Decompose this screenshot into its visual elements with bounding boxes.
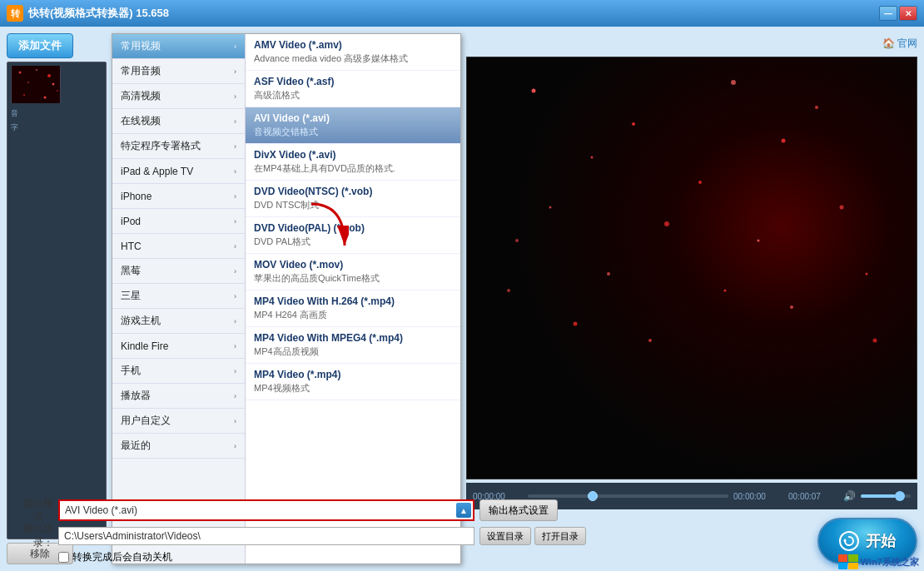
format-desc: DVD PAL格式 xyxy=(254,236,452,248)
format-settings-button[interactable]: 输出格式设置 xyxy=(479,499,558,521)
format-item-asf[interactable]: ASF Video (*.asf)高级流格式 xyxy=(246,71,460,107)
file-thumbnail[interactable] xyxy=(11,66,61,103)
category-item-common-audio[interactable]: 常用音频› xyxy=(112,59,245,84)
category-label: 用户自定义 xyxy=(121,414,171,428)
progress-bar[interactable] xyxy=(528,494,728,498)
category-item-kindle[interactable]: Kindle Fire› xyxy=(112,334,245,359)
category-arrow-icon: › xyxy=(234,92,236,101)
format-list: AMV Video (*.amv)Advance media video 高级多… xyxy=(246,34,460,564)
volume-bar[interactable] xyxy=(861,494,911,498)
svg-point-27 xyxy=(790,305,793,309)
category-item-custom[interactable]: 用户自定义› xyxy=(112,409,245,434)
set-dir-button[interactable]: 设置目录 xyxy=(479,527,531,545)
flag-quadrant-2 xyxy=(848,554,858,562)
close-button[interactable]: ✕ xyxy=(899,6,917,21)
flag-quadrant-1 xyxy=(838,554,848,562)
category-label: 高清视频 xyxy=(121,89,161,103)
app-icon: 转 xyxy=(7,5,23,22)
category-arrow-icon: › xyxy=(234,242,236,251)
format-desc: Advance media video 高级多媒体格式 xyxy=(254,52,452,65)
category-label: 特定程序专署格式 xyxy=(121,139,201,153)
audio-label: 音 xyxy=(7,107,106,121)
category-item-player[interactable]: 播放器› xyxy=(112,384,245,409)
category-item-iphone[interactable]: iPhone› xyxy=(112,184,245,209)
category-item-online-video[interactable]: 在线视频› xyxy=(112,109,245,134)
format-name: AVI Video (*.avi) xyxy=(254,112,452,124)
output-format-row: 输出格式： AVI Video (*.avi) ▲ 输出格式设置 xyxy=(7,499,917,522)
windows-logo: Win7系统之家 xyxy=(838,554,919,569)
format-name: ASF Video (*.asf) xyxy=(254,76,452,87)
format-name: MP4 Video With H.264 (*.mp4) xyxy=(254,295,452,307)
format-name: MP4 Video (*.mp4) xyxy=(254,369,452,380)
home-icon: 🏠 xyxy=(882,37,895,49)
format-item-dvd-ntsc[interactable]: DVD Video(NTSC) (*.vob)DVD NTSC制式 xyxy=(246,181,460,217)
open-dir-button[interactable]: 打开目录 xyxy=(534,527,586,545)
format-desc: MP4 H264 高画质 xyxy=(254,309,452,321)
svg-point-15 xyxy=(698,181,702,184)
category-arrow-icon: › xyxy=(234,392,236,400)
category-label: 在线视频 xyxy=(121,114,161,128)
category-arrow-icon: › xyxy=(234,267,236,276)
auto-shutdown-checkbox[interactable] xyxy=(58,552,69,563)
category-label: HTC xyxy=(121,241,142,252)
svg-point-24 xyxy=(724,290,727,292)
category-item-recent[interactable]: 最近的› xyxy=(112,434,245,459)
format-item-dvd-pal[interactable]: DVD Video(PAL) (*.vob)DVD PAL格式 xyxy=(246,217,460,254)
svg-point-5 xyxy=(52,83,55,86)
category-item-blackberry[interactable]: 黑莓› xyxy=(112,259,245,284)
format-item-mp4-mpeg4[interactable]: MP4 Video With MPEG4 (*.mp4)MP4高品质视频 xyxy=(246,327,460,364)
format-desc: 在MP4基础上具有DVD品质的格式. xyxy=(254,162,452,175)
format-selector: 常用视频›常用音频›高清视频›在线视频›特定程序专署格式›iPad & Appl… xyxy=(112,33,461,564)
category-list: 常用视频›常用音频›高清视频›在线视频›特定程序专署格式›iPad & Appl… xyxy=(112,34,246,564)
category-item-special-format[interactable]: 特定程序专署格式› xyxy=(112,134,245,159)
svg-point-22 xyxy=(840,206,844,210)
category-arrow-icon: › xyxy=(234,42,236,51)
svg-point-19 xyxy=(664,221,669,226)
svg-point-4 xyxy=(27,82,29,83)
category-item-mobile[interactable]: 手机› xyxy=(112,359,245,384)
output-dir-row: 输出目录： C:\Users\Administrator\Videos\ 设置目… xyxy=(7,525,917,547)
category-item-hd-video[interactable]: 高清视频› xyxy=(112,84,245,109)
svg-point-12 xyxy=(632,122,635,126)
format-name: AMV Video (*.amv) xyxy=(254,39,452,51)
svg-point-17 xyxy=(782,139,786,143)
format-dropdown-arrow[interactable]: ▲ xyxy=(456,503,471,518)
svg-rect-10 xyxy=(467,57,917,479)
format-item-avi[interactable]: AVI Video (*.avi)音视频交错格式 xyxy=(246,107,460,144)
category-item-ipad-apple[interactable]: iPad & Apple TV› xyxy=(112,159,245,184)
format-item-mp4[interactable]: MP4 Video (*.mp4)MP4视频格式 xyxy=(246,364,460,400)
svg-point-26 xyxy=(574,322,578,326)
video-preview xyxy=(466,57,917,479)
minimize-button[interactable]: — xyxy=(879,6,897,21)
category-item-samsung[interactable]: 三星› xyxy=(112,284,245,309)
svg-point-6 xyxy=(23,94,25,96)
category-item-ipod[interactable]: iPod› xyxy=(112,209,245,234)
format-desc: MP4高品质视频 xyxy=(254,345,452,358)
category-arrow-icon: › xyxy=(234,217,236,226)
format-item-mp4-h264[interactable]: MP4 Video With H.264 (*.mp4)MP4 H264 高画质 xyxy=(246,290,460,327)
window-controls: — ✕ xyxy=(879,6,917,21)
title-bar: 转 快转(视频格式转换器) 15.658 — ✕ xyxy=(0,0,924,27)
format-item-amv[interactable]: AMV Video (*.amv)Advance media video 高级多… xyxy=(246,34,460,71)
category-arrow-icon: › xyxy=(234,117,236,126)
output-dir-label: 输出目录： xyxy=(7,522,53,550)
category-arrow-icon: › xyxy=(234,342,236,350)
svg-point-28 xyxy=(866,273,868,276)
category-item-htc[interactable]: HTC› xyxy=(112,234,245,259)
home-link[interactable]: 🏠 官网 xyxy=(882,37,917,51)
category-arrow-icon: › xyxy=(234,292,236,300)
category-arrow-icon: › xyxy=(234,442,236,450)
output-format-label: 输出格式： xyxy=(7,496,53,524)
left-panel: 添加文件 音 xyxy=(7,33,107,564)
output-format-box[interactable]: AVI Video (*.avi) ▲ xyxy=(58,499,474,521)
output-dir-path[interactable]: C:\Users\Administrator\Videos\ xyxy=(58,527,474,545)
format-item-mov[interactable]: MOV Video (*.mov)苹果出的高品质QuickTime格式 xyxy=(246,254,460,290)
format-item-divx[interactable]: DivX Video (*.avi)在MP4基础上具有DVD品质的格式. xyxy=(246,144,460,181)
category-item-game-console[interactable]: 游戏主机› xyxy=(112,309,245,334)
category-label: iPod xyxy=(121,216,141,227)
category-label: Kindle Fire xyxy=(121,340,168,352)
category-label: 常用视频 xyxy=(121,39,161,53)
category-item-common-video[interactable]: 常用视频› xyxy=(112,34,245,59)
category-label: iPhone xyxy=(121,191,152,202)
add-file-button[interactable]: 添加文件 xyxy=(7,33,73,58)
